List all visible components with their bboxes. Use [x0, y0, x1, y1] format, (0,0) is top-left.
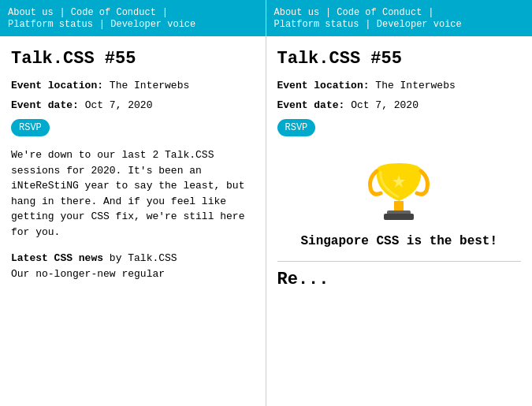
trophy-caption: Singapore CSS is the best!: [300, 234, 497, 248]
right-content: Talk.CSS #55 Event location: The Interwe…: [266, 36, 533, 406]
trophy-section: Singapore CSS is the best!: [277, 147, 522, 248]
left-location-field: Event location: The Interwebs: [11, 80, 255, 91]
svg-rect-3: [384, 214, 414, 220]
nav-coc-right[interactable]: Code of Conduct: [337, 7, 422, 18]
nav-about-right[interactable]: About us: [274, 7, 320, 18]
right-partial-heading: Re...: [277, 270, 522, 289]
nav-developer-left[interactable]: Developer voice: [110, 19, 195, 30]
left-top-nav: About us | Code of Conduct | Platform st…: [0, 0, 266, 36]
right-location-label: Event location:: [277, 80, 370, 91]
left-date-label: Event date:: [11, 99, 79, 111]
right-panel: About us | Code of Conduct | Platform st…: [266, 0, 533, 406]
right-date-value: Oct 7, 2020: [351, 99, 419, 111]
nav-developer-right[interactable]: Developer voice: [377, 19, 462, 30]
right-date-label: Event date:: [277, 99, 345, 111]
nav-coc-left[interactable]: Code of Conduct: [71, 7, 156, 18]
left-date-field: Event date: Oct 7, 2020: [11, 99, 255, 111]
right-rsvp-button[interactable]: RSVP: [277, 119, 316, 136]
left-date-value: Oct 7, 2020: [85, 99, 153, 111]
left-latest-news-strong: Latest CSS news: [11, 252, 103, 264]
right-location-value: The Interwebs: [375, 80, 455, 91]
nav-about-left[interactable]: About us: [8, 7, 54, 18]
left-description: We're down to our last 2 Talk.CSS sessio…: [11, 147, 255, 240]
left-rsvp-button[interactable]: RSVP: [11, 119, 50, 136]
left-location-label: Event location:: [11, 80, 103, 91]
left-event-title: Talk.CSS #55: [11, 49, 255, 69]
nav-platform-right[interactable]: Platform status: [274, 19, 359, 30]
right-date-field: Event date: Oct 7, 2020: [277, 99, 522, 111]
right-location-field: Event location: The Interwebs: [277, 80, 522, 91]
section-divider: [277, 261, 522, 262]
right-event-title: Talk.CSS #55: [277, 49, 522, 69]
left-latest-news-text: Our no-longer-new regular: [11, 268, 165, 280]
left-latest-news: Latest CSS news by Talk.CSS Our no-longe…: [11, 251, 255, 281]
left-latest-news-by: by Talk.CSS: [110, 252, 177, 264]
left-panel: About us | Code of Conduct | Platform st…: [0, 0, 266, 406]
main-container: About us | Code of Conduct | Platform st…: [0, 0, 532, 406]
left-location-value: The Interwebs: [110, 80, 189, 91]
trophy-icon: [363, 155, 434, 226]
nav-platform-left[interactable]: Platform status: [8, 19, 93, 30]
svg-rect-1: [394, 201, 404, 212]
left-content: Talk.CSS #55 Event location: The Interwe…: [0, 36, 266, 406]
right-top-nav: About us | Code of Conduct | Platform st…: [266, 0, 533, 36]
